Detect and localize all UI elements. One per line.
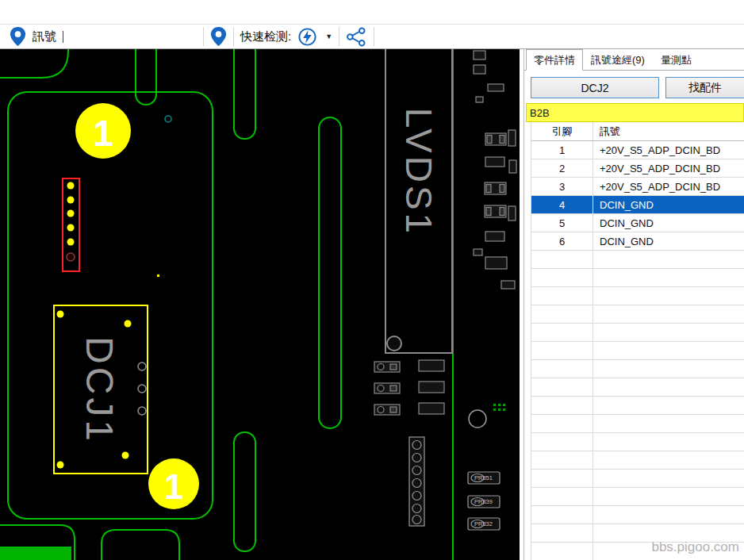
table-row-empty[interactable] <box>531 506 744 524</box>
signal-cell <box>593 378 744 396</box>
signal-cell <box>593 269 744 286</box>
pin-cell: 6 <box>531 232 593 250</box>
pin-cell <box>531 543 593 560</box>
pin1-marker-top[interactable]: 1 <box>75 103 131 159</box>
toolbar-separator <box>233 27 234 46</box>
signal-cell <box>593 360 744 378</box>
pin-cell <box>531 378 593 396</box>
table-row-empty[interactable] <box>531 378 744 397</box>
table-row-empty[interactable] <box>531 342 744 360</box>
signal-cell <box>593 305 744 323</box>
toolbar-separator <box>203 27 204 46</box>
pin-cell <box>531 488 593 505</box>
table-row[interactable]: 5DCIN_GND <box>531 214 744 232</box>
pin-cell: 5 <box>531 214 593 232</box>
toolbar-separator <box>374 27 374 46</box>
toolbar: 訊號 快速检测: ▼ <box>0 24 744 49</box>
table-row[interactable]: 6DCIN_GND <box>531 232 744 251</box>
pin-cell <box>531 342 593 359</box>
table-row-empty[interactable] <box>531 433 744 451</box>
table-row-empty[interactable] <box>531 397 744 415</box>
ref-label-pr832: PR832 <box>474 520 493 527</box>
table-row-empty[interactable] <box>531 324 744 342</box>
table-row-empty[interactable] <box>531 360 744 378</box>
detail-panel: 零件詳情 訊號途經(9) 量測點 DCJ2 找配件 B2B 引腳 訊號 1+20… <box>523 49 744 560</box>
pcb-canvas[interactable]: LVDS1 DCJ1 <box>0 49 520 560</box>
signal-header-cell: 訊號 <box>593 122 744 140</box>
tab-part-details[interactable]: 零件詳情 <box>526 49 583 71</box>
pin-cell: 1 <box>531 141 593 159</box>
marker-number: 1 <box>93 113 113 154</box>
table-row-empty[interactable] <box>531 305 744 324</box>
pin-cell <box>531 251 593 268</box>
pin-cell <box>531 397 593 414</box>
ref-label-pr839: PR839 <box>474 498 493 505</box>
signal-cell: +20V_S5_ADP_DCIN_BD <box>593 178 744 195</box>
pin-cell <box>531 451 593 469</box>
app-header: 訊號 快速检测: ▼ <box>0 0 744 49</box>
pin-cell <box>531 324 593 341</box>
dcj1-label: DCJ1 <box>79 336 121 444</box>
signal-cell: +20V_S5_ADP_DCIN_BD <box>593 141 744 159</box>
table-row[interactable]: 4DCIN_GND <box>531 196 744 214</box>
ref-label-pr851: PR851 <box>474 474 493 481</box>
signal-cell <box>593 342 744 359</box>
signal-cell <box>593 433 744 451</box>
pin-table-header: 引腳 訊號 <box>531 122 744 141</box>
signal-cell <box>593 506 744 524</box>
signal-input-cursor[interactable] <box>63 31 63 43</box>
pin-table: 引腳 訊號 1+20V_S5_ADP_DCIN_BD2+20V_S5_ADP_D… <box>531 122 744 560</box>
pcb-drawing: LVDS1 DCJ1 <box>0 49 520 560</box>
component-button[interactable]: DCJ2 <box>531 77 659 98</box>
table-row[interactable]: 1+20V_S5_ADP_DCIN_BD <box>531 141 744 159</box>
component-lvds1[interactable]: LVDS1 <box>385 49 452 353</box>
dcj1-holes <box>138 362 146 415</box>
table-row-empty[interactable] <box>531 488 744 506</box>
find-mate-button[interactable]: 找配件 <box>665 77 744 98</box>
silkscreen-parts-mid <box>374 360 444 415</box>
pin-header-cell: 引腳 <box>531 122 593 140</box>
pin1-highlight-connector[interactable] <box>63 178 79 271</box>
mounting-hole <box>469 410 486 428</box>
table-row[interactable]: 2+20V_S5_ADP_DCIN_BD <box>531 159 744 178</box>
pin-cell <box>531 360 593 378</box>
pin-cell <box>531 433 593 451</box>
locate-signal-icon[interactable] <box>10 26 26 47</box>
quick-check-label: 快速检测: <box>240 29 291 44</box>
signal-cell: DCIN_GND <box>593 214 744 232</box>
tab-signal-path[interactable]: 訊號途經(9) <box>583 49 653 70</box>
toolbar-separator <box>339 27 339 46</box>
quick-check-dropdown-caret[interactable]: ▼ <box>325 33 332 40</box>
tab-measure-points[interactable]: 量測點 <box>653 49 700 70</box>
table-row-empty[interactable] <box>531 251 744 269</box>
table-row-empty[interactable] <box>531 287 744 305</box>
table-row-empty[interactable] <box>531 415 744 433</box>
marker-number: 1 <box>164 467 183 506</box>
signal-cell: DCIN_GND <box>593 232 744 250</box>
table-row-empty[interactable] <box>531 451 744 470</box>
table-row-empty[interactable] <box>531 269 744 287</box>
panel-tabs: 零件詳情 訊號途經(9) 量測點 <box>524 49 744 71</box>
pin-cell <box>531 470 593 487</box>
net-trace-icon[interactable] <box>346 27 367 47</box>
locate-part-icon[interactable] <box>210 26 227 47</box>
signal-label: 訊號 <box>33 29 56 44</box>
panel-buttons: DCJ2 找配件 <box>524 71 744 103</box>
pin1-marker-bottom[interactable]: 1 <box>148 458 199 509</box>
pin1-pads <box>67 182 75 246</box>
silkscreen-parts <box>474 51 516 289</box>
pin1-hole <box>67 253 75 261</box>
pin-cell <box>531 415 593 432</box>
table-row[interactable]: 3+20V_S5_ADP_DCIN_BD <box>531 178 744 196</box>
pin-cell <box>531 269 593 286</box>
signal-cell <box>593 251 744 268</box>
table-row-empty[interactable] <box>531 470 744 488</box>
signal-cell <box>593 488 744 505</box>
pin-cell <box>531 305 593 323</box>
pin-cell: 4 <box>531 196 593 213</box>
quick-check-icon[interactable] <box>297 27 317 47</box>
component-dcj1[interactable]: DCJ1 <box>54 305 148 474</box>
signal-cell: +20V_S5_ADP_DCIN_BD <box>593 159 744 177</box>
lvds1-label: LVDS1 <box>398 108 439 236</box>
package-row[interactable]: B2B <box>526 103 744 122</box>
